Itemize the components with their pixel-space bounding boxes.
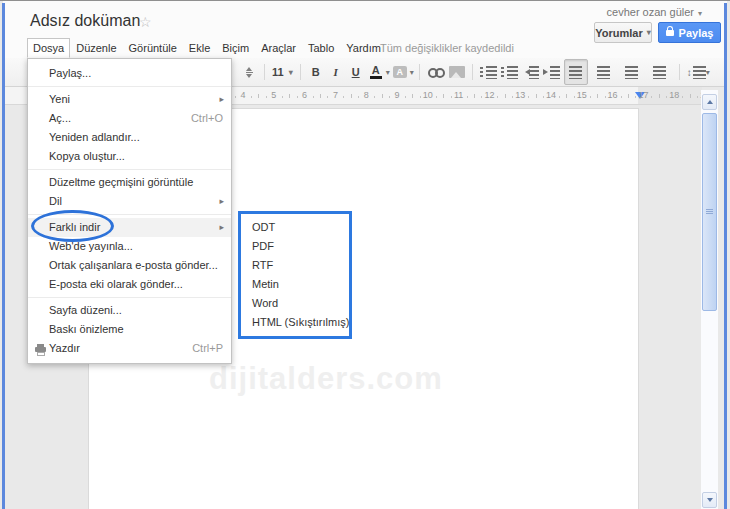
ruler-number: 12 xyxy=(484,90,494,100)
menubar-item-4[interactable]: Biçim xyxy=(216,38,255,58)
file-menu-item-15[interactable]: Sayfa düzeni... xyxy=(28,301,231,320)
text-color-button[interactable]: A xyxy=(368,62,384,82)
file-menu-item-2[interactable]: Yeni▸ xyxy=(28,90,231,109)
menubar-item-1[interactable]: Düzenle xyxy=(70,38,122,58)
menubar-item-6[interactable]: Tablo xyxy=(302,38,340,58)
font-size-value: 11 xyxy=(272,66,284,78)
download-format-item-5[interactable]: HTML (Sıkıştırılmış) xyxy=(241,313,349,332)
justify-button[interactable] xyxy=(648,59,672,85)
file-menu-item-11[interactable]: Web'de yayınla... xyxy=(28,237,231,256)
italic-button[interactable]: I xyxy=(328,62,344,82)
scrollbar-thumb[interactable] xyxy=(702,113,717,311)
window-border-left xyxy=(2,3,5,509)
chevron-down-icon: ▾ xyxy=(289,68,293,77)
link-icon xyxy=(427,67,445,77)
menu-item-label: Web'de yayınla... xyxy=(49,240,133,252)
scroll-down-button[interactable] xyxy=(702,492,717,508)
file-menu-item-16[interactable]: Baskı önizleme xyxy=(28,320,231,339)
file-menu-item-12[interactable]: Ortak çalışanlara e-posta gönder... xyxy=(28,256,231,275)
font-size-select[interactable]: 11▾ xyxy=(272,66,293,78)
google-docs-window: Adsız doküman ☆ cevher ozan güler▾ Yorum… xyxy=(0,0,730,509)
ruler-dot xyxy=(559,96,560,98)
menu-item-label: Farklı indir xyxy=(49,221,100,233)
menu-separator xyxy=(28,214,231,215)
ruler-dot xyxy=(343,96,344,98)
highlight-color-button[interactable]: A xyxy=(392,62,408,82)
ruler-tick xyxy=(351,94,352,98)
comments-button[interactable]: Yorumlar▾ xyxy=(594,22,652,43)
vertical-scrollbar[interactable] xyxy=(701,90,718,509)
align-right-button[interactable] xyxy=(620,59,644,85)
ruler-dot xyxy=(235,96,236,98)
star-icon[interactable]: ☆ xyxy=(139,14,152,30)
ruler-tick xyxy=(412,94,413,98)
menu-item-label: Ortak çalışanlara e-posta gönder... xyxy=(49,259,218,271)
outdent-button[interactable] xyxy=(522,62,539,82)
menubar-item-2[interactable]: Görüntüle xyxy=(123,38,183,58)
chevron-down-icon[interactable]: ▾ xyxy=(386,68,390,77)
ruler-dot xyxy=(574,96,575,98)
file-menu-item-17[interactable]: YazdırCtrl+P xyxy=(28,339,231,358)
file-menu-item-0[interactable]: Paylaş... xyxy=(28,64,231,83)
ruler-dot xyxy=(420,96,421,98)
file-menu-item-3[interactable]: Aç...Ctrl+O xyxy=(28,109,231,128)
ruler-tick xyxy=(382,94,383,98)
download-format-item-2[interactable]: RTF xyxy=(241,256,349,275)
bulleted-list-button[interactable] xyxy=(501,62,518,82)
menu-separator xyxy=(28,86,231,87)
ruler-tick xyxy=(443,94,444,98)
file-menu-item-5[interactable]: Kopya oluştur... xyxy=(28,147,231,166)
printer-icon xyxy=(35,347,46,352)
file-menu-item-13[interactable]: E-posta eki olarak gönder... xyxy=(28,275,231,294)
menu-item-shortcut: Ctrl+O xyxy=(191,109,223,128)
menubar-item-3[interactable]: Ekle xyxy=(183,38,216,58)
menu-item-label: Aç... xyxy=(49,112,71,124)
file-menu-item-4[interactable]: Yeniden adlandır... xyxy=(28,128,231,147)
bold-button[interactable]: B xyxy=(308,62,324,82)
ruler-number: 14 xyxy=(546,90,556,100)
align-left-button[interactable] xyxy=(564,59,588,85)
underline-button[interactable]: U xyxy=(348,62,364,82)
font-stepper-icon[interactable] xyxy=(241,62,257,82)
line-spacing-button[interactable]: ↕▾ xyxy=(687,62,710,82)
submenu-arrow-icon: ▸ xyxy=(219,218,224,237)
insert-link-button[interactable] xyxy=(427,62,445,82)
share-button[interactable]: Paylaş xyxy=(658,22,721,43)
file-menu-item-8[interactable]: Dil▸ xyxy=(28,192,231,211)
chevron-down-icon[interactable]: ▾ xyxy=(410,68,414,77)
file-menu: Paylaş...Yeni▸Aç...Ctrl+OYeniden adlandı… xyxy=(27,58,232,364)
download-format-item-1[interactable]: PDF xyxy=(241,237,349,256)
file-menu-item-7[interactable]: Düzeltme geçmişini görüntüle xyxy=(28,173,231,192)
insert-image-button[interactable] xyxy=(449,62,465,82)
numbered-list-button[interactable] xyxy=(480,62,497,82)
toolbar-separator xyxy=(472,64,473,80)
menu-item-label: E-posta eki olarak gönder... xyxy=(49,278,183,290)
account-menu[interactable]: cevher ozan güler▾ xyxy=(607,6,702,18)
window-border-right xyxy=(724,3,727,509)
comments-label: Yorumlar xyxy=(595,27,642,39)
justify-icon xyxy=(653,66,666,79)
saved-status[interactable]: Tüm değişiklikler kaydedildi xyxy=(380,42,514,54)
menu-separator xyxy=(28,169,231,170)
download-format-item-3[interactable]: Metin xyxy=(241,275,349,294)
ruler-tick xyxy=(659,94,660,98)
document-title[interactable]: Adsız doküman xyxy=(30,12,140,30)
ruler-dot xyxy=(497,96,498,98)
numbered-list-icon xyxy=(480,66,497,79)
menu-separator xyxy=(28,297,231,298)
file-menu-item-10[interactable]: Farklı indir▸ xyxy=(28,218,231,237)
menubar: DosyaDüzenleGörüntüleEkleBiçimAraçlarTab… xyxy=(27,38,387,58)
menubar-item-5[interactable]: Araçlar xyxy=(255,38,302,58)
ruler-dot xyxy=(590,96,591,98)
indent-button[interactable] xyxy=(543,62,560,82)
menubar-item-0[interactable]: Dosya xyxy=(27,38,70,58)
ruler-tick xyxy=(566,94,567,98)
chevron-down-icon: ▾ xyxy=(647,28,651,37)
download-format-item-0[interactable]: ODT xyxy=(241,218,349,237)
align-right-icon xyxy=(625,66,638,79)
ruler-dot xyxy=(528,96,529,98)
scroll-up-button[interactable] xyxy=(702,94,717,110)
highlight-glyph: A xyxy=(393,66,407,78)
align-center-button[interactable] xyxy=(592,59,616,85)
download-format-item-4[interactable]: Word xyxy=(241,294,349,313)
